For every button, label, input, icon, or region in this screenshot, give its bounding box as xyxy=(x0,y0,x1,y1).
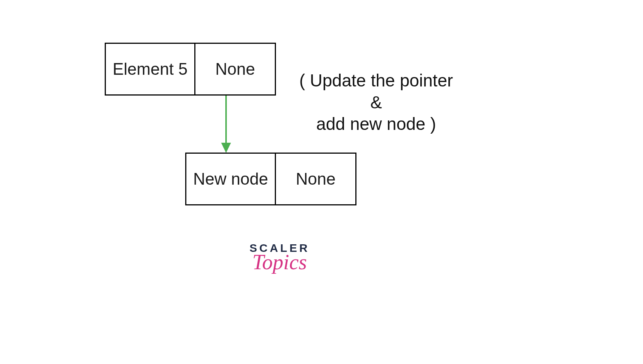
node2-data-cell: New node xyxy=(186,154,276,204)
arrow-down-icon xyxy=(220,96,232,156)
caption-line-3: add new node ) xyxy=(299,113,454,135)
logo-text-bottom: Topics xyxy=(249,251,310,273)
diagram-caption: ( Update the pointer & add new node ) xyxy=(299,70,454,135)
node1-data-cell: Element 5 xyxy=(106,44,195,94)
caption-line-1: ( Update the pointer xyxy=(299,70,454,92)
brand-logo: SCALER Topics xyxy=(249,242,310,273)
svg-marker-1 xyxy=(221,143,231,153)
caption-line-2: & xyxy=(299,92,454,114)
node-element-5: Element 5 None xyxy=(105,43,276,96)
node1-next-cell: None xyxy=(195,44,275,94)
node-new-node: New node None xyxy=(185,153,356,205)
node2-next-cell: None xyxy=(276,154,355,204)
